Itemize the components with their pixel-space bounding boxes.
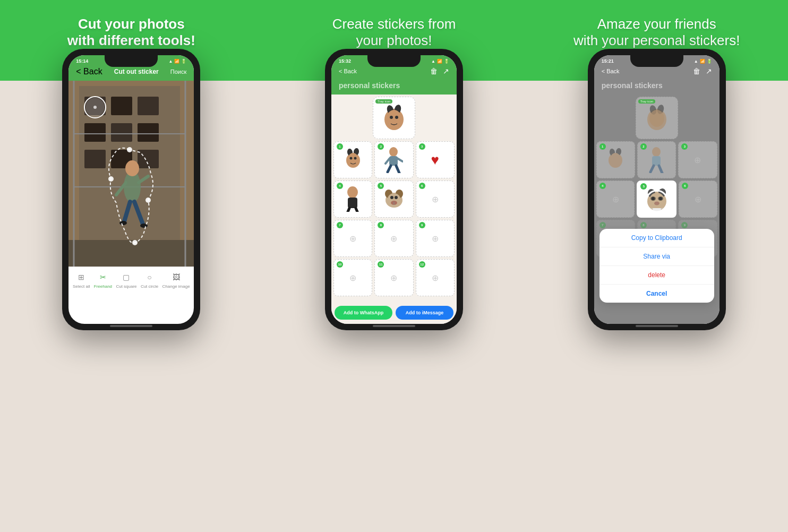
- share-icon-2[interactable]: ↗: [443, 67, 449, 75]
- tool-change-image[interactable]: 🖼 Change image: [162, 271, 190, 289]
- heart-emoji: ♥: [431, 152, 439, 168]
- context-menu: Copy to Clipboard Share via delete Cance…: [599, 229, 714, 303]
- svg-point-64: [649, 110, 664, 127]
- trash-icon-3[interactable]: 🗑: [693, 67, 700, 75]
- tray-sticker-svg: [381, 104, 407, 133]
- sticker-cell-3-1[interactable]: 1: [596, 141, 635, 178]
- panel-3-title: Amaze your friends with your personal st…: [573, 16, 740, 49]
- sticker-cell-3-3[interactable]: 3 ⊕: [678, 141, 717, 178]
- sticker-grid-2: Tray icon: [331, 95, 457, 303]
- tool-select-all[interactable]: ⊞ Select all: [73, 271, 90, 289]
- tool-cut-circle-label: Cut circle: [141, 284, 158, 289]
- copy-to-clipboard-item[interactable]: Copy to Clipboard: [599, 229, 714, 247]
- svg-point-17: [125, 160, 139, 176]
- empty-icon-3-3: ⊕: [694, 155, 701, 165]
- toolbar-1: ⊞ Select all ✂ Freehand ▢ Cut square: [68, 267, 194, 291]
- empty-icon-3-6: ⊕: [695, 194, 701, 204]
- sticker-cell-9[interactable]: 9 ⊕: [416, 220, 455, 257]
- photo-canvas-1: [68, 81, 194, 267]
- svg-line-51: [348, 208, 349, 212]
- svg-point-68: [610, 153, 621, 166]
- sticker-cell-12[interactable]: 12 ⊕: [416, 259, 455, 296]
- time-2: 15:32: [339, 58, 351, 64]
- back-btn-1[interactable]: < Back: [76, 67, 102, 76]
- svg-point-25: [108, 176, 114, 182]
- search-label-1[interactable]: Поиск: [170, 68, 186, 75]
- svg-point-58: [395, 196, 398, 199]
- sticker-cell-3-4[interactable]: 4 ⊕: [596, 181, 635, 218]
- sticker-cell-11[interactable]: 11 ⊕: [374, 259, 413, 296]
- sticker-row-3: 7 ⊕ 8 ⊕ 9 ⊕: [333, 220, 455, 257]
- share-icon-3[interactable]: ↗: [706, 67, 712, 75]
- tool-change-image-label: Change image: [162, 284, 190, 289]
- sticker-cell-10[interactable]: 10 ⊕: [333, 259, 372, 296]
- tray-cell-2: Tray icon: [373, 97, 415, 139]
- phone-3: 15:21 ▲ 📶 🔋 < Back 🗑: [588, 49, 726, 330]
- svg-point-49: [347, 186, 358, 198]
- svg-point-35: [390, 116, 393, 119]
- back-btn-2[interactable]: < Back: [339, 68, 357, 74]
- svg-point-81: [654, 202, 659, 205]
- back-btn-3[interactable]: < Back: [602, 68, 620, 74]
- add-to-imessage-button[interactable]: Add to iMessage: [396, 306, 453, 320]
- svg-rect-3: [111, 97, 132, 115]
- tool-select-all-label: Select all: [73, 284, 90, 289]
- sticker-cell-5[interactable]: 5: [374, 181, 413, 218]
- trash-icon-2[interactable]: 🗑: [430, 67, 438, 75]
- empty-icon-8: ⊕: [390, 234, 397, 244]
- home-bar-2: [373, 325, 415, 327]
- empty-icon-12: ⊕: [432, 273, 439, 283]
- nav-2: < Back 🗑 ↗: [331, 65, 457, 80]
- tool-freehand[interactable]: ✂ Freehand: [94, 271, 112, 289]
- sticker-cell-6[interactable]: 6 ⊕: [416, 181, 455, 218]
- svg-rect-5: [84, 123, 106, 142]
- bottom-buttons-2: Add to WhatsApp Add to iMessage: [331, 303, 457, 324]
- sticker-cell-2[interactable]: 2: [374, 141, 413, 178]
- screen-title-2: personal stickers: [339, 81, 400, 90]
- tool-cut-circle[interactable]: ○ Cut circle: [141, 271, 158, 289]
- sticker-cell-3[interactable]: 3 ♥: [416, 141, 455, 178]
- svg-point-27: [132, 240, 138, 245]
- svg-rect-10: [138, 150, 159, 168]
- home-bar-1: [110, 325, 152, 327]
- phone-notch-2: [367, 55, 421, 67]
- delete-item[interactable]: delete: [599, 266, 714, 285]
- tool-cut-square[interactable]: ▢ Cut square: [116, 271, 136, 289]
- add-to-whatsapp-button[interactable]: Add to WhatsApp: [335, 306, 392, 320]
- share-via-item[interactable]: Share via: [599, 247, 714, 266]
- screen-title-3-container: personal stickers: [594, 80, 720, 95]
- sticker-cell-3-2[interactable]: 2: [637, 141, 676, 178]
- phone-notch-1: [105, 55, 158, 67]
- svg-rect-4: [138, 97, 159, 115]
- svg-line-71: [650, 166, 654, 172]
- empty-icon-11: ⊕: [390, 273, 397, 283]
- sticker-cell-8[interactable]: 8 ⊕: [374, 220, 413, 257]
- cancel-item[interactable]: Cancel: [599, 285, 714, 303]
- svg-point-36: [395, 116, 398, 119]
- sticker-cell-4[interactable]: 4: [333, 181, 372, 218]
- panel-create-stickers: Create stickers from your photos! 15:32 …: [263, 0, 526, 532]
- cut-circle-icon: ○: [144, 271, 156, 283]
- tray-row-3: Tray icon: [596, 97, 717, 139]
- sticker-row-3-1: 1 2: [596, 141, 717, 178]
- sticker-row-2: 4 5: [333, 181, 455, 218]
- panel-2-title: Create stickers from your photos!: [332, 16, 456, 49]
- sticker-selected-cell[interactable]: 5: [637, 181, 676, 218]
- svg-rect-11: [68, 240, 194, 267]
- phone-notch-3: [630, 55, 683, 67]
- svg-line-46: [396, 166, 399, 173]
- cut-square-icon: ▢: [121, 271, 132, 283]
- panel-amaze-friends: Amaze your friends with your personal st…: [525, 0, 788, 532]
- empty-icon-7: ⊕: [349, 234, 356, 244]
- change-image-icon: 🖼: [170, 271, 182, 283]
- svg-point-43: [389, 147, 398, 157]
- svg-point-42: [354, 157, 356, 160]
- time-3: 15:21: [602, 58, 614, 64]
- sticker-cell-1[interactable]: 1: [333, 141, 372, 178]
- tool-freehand-label: Freehand: [94, 284, 112, 289]
- empty-icon-9: ⊕: [432, 234, 439, 244]
- sticker-cell-7[interactable]: 7 ⊕: [333, 220, 372, 257]
- sticker-grid-3: Tray icon: [594, 95, 720, 324]
- svg-line-45: [388, 166, 391, 172]
- sticker-cell-3-6[interactable]: 6 ⊕: [679, 181, 717, 218]
